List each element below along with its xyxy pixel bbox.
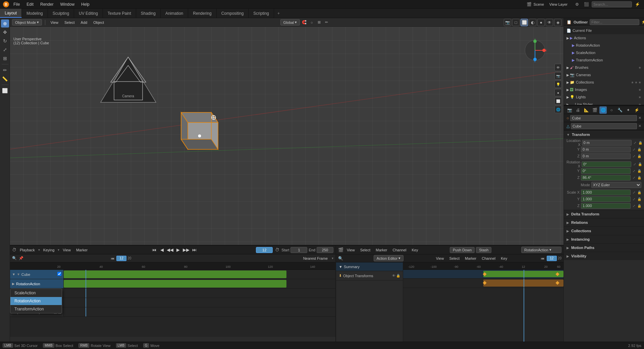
jump-to-start-btn[interactable]: ⏮ <box>151 247 157 253</box>
viewport-shading-material[interactable]: ◐ <box>529 19 536 26</box>
viewport-camera-view[interactable]: 📷 <box>504 19 511 26</box>
mesh-name-input[interactable]: Cube <box>571 123 637 129</box>
loc-z-input[interactable]: 0 m <box>581 153 631 159</box>
loc-z-lock[interactable]: 🔒 <box>637 154 641 158</box>
rot-z-input[interactable]: 86.4° <box>581 175 631 181</box>
loc-x-input[interactable]: 0 m <box>582 140 632 146</box>
tab-compositing[interactable]: Compositing <box>217 9 249 18</box>
tool-annotate[interactable]: ✏ <box>1 66 9 74</box>
loc-z-copy[interactable]: ⤢ <box>633 154 635 158</box>
stash-content[interactable] <box>64 307 335 316</box>
viewport-select-menu[interactable]: Select <box>62 20 77 25</box>
tab-layout[interactable]: Layout <box>0 9 22 18</box>
rotation-action-header[interactable]: ▶ RotationAction ScaleAction RotationAct… <box>10 279 64 288</box>
transform-action-item[interactable]: ▶ TransformAction <box>564 56 644 64</box>
action-name-dropdown[interactable]: RotationAction▾ <box>521 247 561 253</box>
viewport-view-menu[interactable]: View <box>48 20 60 25</box>
tool-transform[interactable]: ⊞ <box>1 54 9 62</box>
motion-paths-header[interactable]: ▶ Motion Paths <box>564 244 644 252</box>
props-icon-view-layer[interactable]: 📐 <box>583 106 590 114</box>
nla-obj-track[interactable] <box>403 279 564 288</box>
viewport-global-selector[interactable]: Global▾ <box>280 19 300 26</box>
viewport-object-menu[interactable]: Object <box>91 20 106 25</box>
scale-action-item[interactable]: ScaleAction <box>10 289 62 297</box>
tab-uv-editing[interactable]: UV Editing <box>74 9 103 18</box>
tool-measure[interactable]: 📏 <box>1 75 9 83</box>
top-right-icon2[interactable]: ⬛ <box>582 0 590 8</box>
stash-button[interactable]: Stash <box>476 247 491 253</box>
play-reverse-btn[interactable]: ◀◀ <box>167 247 173 253</box>
current-frame-input[interactable]: 12 <box>256 247 273 253</box>
viewport-world-toggle[interactable]: 🌐 <box>554 106 562 113</box>
timeline-playback-menu[interactable]: Playback <box>18 247 37 253</box>
loc-x-lock[interactable]: 🔒 <box>638 141 642 145</box>
props-icon-physics[interactable]: ⚡ <box>633 106 640 114</box>
nla-summary-track[interactable] <box>403 270 564 279</box>
tab-animation[interactable]: Animation <box>161 9 188 18</box>
viewport-item-toggle[interactable]: ⬜ <box>554 97 562 105</box>
viewport-shading-wire[interactable]: □ <box>512 19 520 26</box>
nla-jump-start[interactable]: ⏮ <box>540 255 546 261</box>
viewport-add-menu[interactable]: Add <box>79 20 90 25</box>
delta-transform-header[interactable]: ▶ Delta Transform <box>564 210 644 218</box>
scale-y-input[interactable]: 1.000 <box>581 196 631 202</box>
menu-file[interactable]: File <box>11 1 22 7</box>
mesh-name-x[interactable]: ✕ <box>638 124 641 128</box>
jump-to-end-btn[interactable]: ⏭ <box>191 247 198 253</box>
tool-scale[interactable]: ⤢ <box>1 46 9 54</box>
current-file-item[interactable]: 📄 Current File <box>564 27 644 34</box>
scale-x-copy[interactable]: ⤢ <box>633 191 635 194</box>
rot-x-lock[interactable]: 🔒 <box>638 162 642 166</box>
loc-y-lock[interactable]: 🔒 <box>637 148 641 151</box>
nla-view-menu2[interactable]: View <box>434 256 446 261</box>
outliner-filter-btn[interactable]: ⚡ <box>641 19 644 25</box>
nla-channel-menu2[interactable]: Channel <box>480 256 497 261</box>
viewport-prop-edit[interactable]: ○ <box>309 19 315 26</box>
rotation-track-content[interactable] <box>64 279 335 288</box>
scale-y-lock[interactable]: 🔒 <box>637 197 641 201</box>
rot-y-copy[interactable]: ⤢ <box>633 169 635 173</box>
viewport-transform-orient[interactable]: ⊞ <box>316 19 322 26</box>
end-frame-input[interactable]: 250 <box>317 247 333 253</box>
viewport-snap-btn[interactable]: 🧲 <box>301 19 307 26</box>
tab-shading[interactable]: Shading <box>136 9 161 18</box>
menu-window[interactable]: Window <box>57 1 77 7</box>
outliner-content[interactable]: 📄 Current File ▶ ▶ Actions ▶ RotationAct… <box>564 26 644 105</box>
rot-x-copy[interactable]: ⤢ <box>633 162 636 166</box>
timeline-track-area[interactable]: 20 40 60 80 100 120 140 ▼ ▼ <box>10 262 335 349</box>
viewport-camera-toggle[interactable]: 📷 <box>554 72 562 80</box>
cube-track-header[interactable]: ▼ ▼ Cube <box>10 270 64 279</box>
nla-marker-menu2[interactable]: Marker <box>463 256 478 261</box>
timeline-marker-menu[interactable]: Marker <box>74 247 90 253</box>
tool-move[interactable]: ✥ <box>1 28 9 36</box>
viewport-view-toggle[interactable]: 👁 <box>554 64 562 71</box>
transform-action-item[interactable]: TransformAction <box>10 305 62 313</box>
nla-track-lock[interactable]: 🔒 <box>396 274 400 278</box>
tl-frame-display[interactable] <box>116 256 126 261</box>
menu-render[interactable]: Render <box>38 1 56 7</box>
nla-right-column[interactable]: -120 -100 -90 -60 -40 12 20 60 <box>403 262 564 344</box>
tab-sculpting[interactable]: Sculpting <box>48 9 74 18</box>
properties-content[interactable]: ▼ Transform Location X 0 m ⤢ 🔒 Y <box>564 130 644 349</box>
props-icon-modifier[interactable]: 🔧 <box>616 106 624 114</box>
brushes-item[interactable]: ▶ 🖌 Brushes ★ <box>564 64 644 71</box>
loc-x-copy[interactable]: ⤢ <box>634 141 636 145</box>
nla-obj-transforms-toggle[interactable]: ⬇ Object Transforms 👁 🔒 <box>336 271 403 280</box>
push-down-button[interactable]: Push Down <box>450 247 475 253</box>
props-icon-output[interactable]: 🖨 <box>574 106 582 114</box>
tab-rendering[interactable]: Rendering <box>188 9 216 18</box>
viewport-xray-toggle[interactable]: ◈ <box>554 19 561 26</box>
loc-y-copy[interactable]: ⤢ <box>633 148 635 151</box>
view-layer-filter[interactable]: ⚡ <box>633 0 641 8</box>
images-item[interactable]: ▶ 🖼 Images ★ <box>564 86 644 93</box>
props-icon-object[interactable]: ○ <box>608 106 615 114</box>
collections-header[interactable]: ▶ Collections <box>564 227 644 235</box>
timeline-view-menu[interactable]: View <box>61 247 73 253</box>
nla-marker-menu[interactable]: Marker <box>374 247 389 253</box>
object-name-x[interactable]: ✕ <box>638 116 641 120</box>
nla-channel-menu[interactable]: Channel <box>390 247 408 253</box>
euler-mode-select[interactable]: XYZ Euler XZY Euler Quaternion <box>591 182 641 188</box>
tab-texture-paint[interactable]: Texture Paint <box>103 9 136 18</box>
tl-pin-icon[interactable]: 📌 <box>18 255 24 261</box>
start-frame-input[interactable]: 1 <box>290 247 307 253</box>
